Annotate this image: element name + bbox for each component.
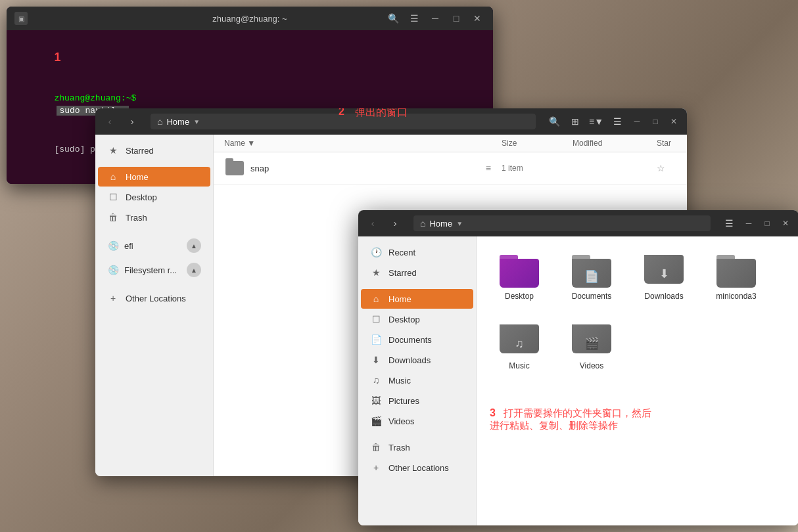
menu-btn[interactable]: ☰: [406, 11, 422, 26]
sidebar-item-other[interactable]: + Other Locations: [98, 288, 210, 308]
naut2-main: Desktop 📄 Documents: [477, 236, 798, 525]
sidebar-item-efi[interactable]: 💿 efi ▲: [98, 234, 210, 257]
miniconda3-folder-label: miniconda3: [716, 292, 756, 301]
naut1-minimize-btn[interactable]: ─: [629, 114, 645, 129]
col-size-header[interactable]: Size: [502, 139, 567, 148]
videos-folder-label: Videos: [580, 361, 603, 370]
naut1-location-text: Home: [166, 117, 189, 127]
naut1-dropdown-arrow: ▼: [193, 118, 200, 125]
sidebar-item-filesystem[interactable]: 💿 Filesystem r... ▲: [98, 258, 210, 282]
naut1-home-icon: ⌂: [157, 116, 162, 127]
titlebar-right: 🔍 ☰ ─ □ ✕: [385, 11, 485, 26]
naut2-maximize-btn[interactable]: □: [759, 215, 775, 231]
sidebar2-label-recent: Recent: [388, 248, 415, 257]
desktop-folder-icon: [500, 255, 539, 288]
naut1-close-btn[interactable]: ✕: [666, 114, 682, 129]
minimize-btn[interactable]: ─: [427, 11, 443, 26]
sidebar-item-desktop[interactable]: ☐ Desktop: [98, 187, 210, 207]
snap-menu-icon: ≡: [486, 163, 491, 173]
sidebar2-label-desktop: Desktop: [388, 315, 420, 324]
grid-item-downloads[interactable]: ⬇ Downloads: [634, 250, 693, 306]
downloads-folder-icon: ⬇: [644, 255, 684, 288]
desktop-icon: ☐: [107, 192, 119, 202]
sidebar2-label-trash: Trash: [388, 443, 410, 453]
step-3-annotation-container: 3 打开需要操作的文件夹窗口，然后进行粘贴、复制、删除等操作: [490, 407, 651, 432]
music2-icon: ♫: [370, 375, 382, 386]
naut1-maximize-btn[interactable]: □: [647, 114, 663, 129]
naut2-toolbar-right: ☰ ─ □ ✕: [720, 214, 793, 233]
sidebar2-item-music[interactable]: ♫ Music: [361, 370, 473, 390]
sidebar2-item-other[interactable]: + Other Locations: [361, 458, 473, 477]
sidebar-sep-3: [95, 282, 213, 288]
search-btn[interactable]: 🔍: [385, 11, 401, 26]
maximize-btn[interactable]: □: [448, 11, 464, 26]
sidebar-label-home: Home: [126, 172, 149, 182]
grid-item-miniconda3[interactable]: miniconda3: [707, 250, 766, 306]
col-star-header[interactable]: Star: [657, 139, 676, 148]
snap-folder-icon: [224, 158, 245, 179]
titlebar-left: ▣: [14, 12, 28, 25]
naut1-grid-btn[interactable]: ⊞: [566, 112, 584, 131]
downloads-folder-label: Downloads: [644, 292, 683, 301]
naut2-forward-btn[interactable]: ›: [386, 214, 404, 233]
snap-file-star[interactable]: ☆: [657, 163, 676, 173]
sidebar-label-efi: efi: [124, 241, 181, 251]
sidebar2-label-pictures: Pictures: [388, 396, 419, 406]
grid-item-videos[interactable]: 🎬 Videos: [562, 319, 621, 376]
naut1-back-btn[interactable]: ‹: [101, 112, 119, 131]
naut2-back-btn[interactable]: ‹: [364, 214, 382, 233]
naut2-menu-btn[interactable]: ☰: [720, 214, 738, 233]
other-icon: +: [107, 293, 119, 303]
naut2-close-btn[interactable]: ✕: [778, 215, 793, 231]
sidebar2-label-documents: Documents: [388, 335, 432, 345]
naut1-forward-btn[interactable]: ›: [123, 112, 141, 131]
starred-icon: ★: [107, 145, 119, 156]
col-sort-arrow: ▼: [247, 139, 255, 148]
music-folder-label: Music: [509, 361, 529, 370]
sidebar-label-desktop: Desktop: [126, 192, 157, 202]
col-size-label: Size: [502, 139, 517, 148]
sidebar2-item-pictures[interactable]: 🖼 Pictures: [361, 391, 473, 410]
downloads2-icon: ⬇: [370, 355, 382, 365]
naut1-column-header: Name ▼ Size Modified Star: [214, 135, 687, 152]
trash2-icon: 🗑: [370, 442, 382, 453]
sidebar2-item-home[interactable]: ⌂ Home: [361, 289, 473, 309]
sidebar2-item-videos[interactable]: 🎬 Videos: [361, 411, 473, 431]
documents-folder-label: Documents: [572, 292, 612, 301]
grid-item-music[interactable]: ♫ Music: [490, 319, 549, 376]
sidebar2-item-desktop[interactable]: ☐ Desktop: [361, 309, 473, 329]
naut2-minimize-btn[interactable]: ─: [741, 215, 757, 231]
sidebar2-label-other: Other Locations: [388, 463, 449, 473]
grid-item-desktop[interactable]: Desktop: [490, 250, 549, 306]
sidebar-item-home[interactable]: ⌂ Home: [98, 167, 210, 187]
sidebar2-sep-1: [358, 283, 476, 288]
file-row-snap[interactable]: snap ≡ 1 item ☆: [214, 152, 687, 185]
close-btn[interactable]: ✕: [469, 11, 485, 26]
sidebar2-item-recent[interactable]: 🕐 Recent: [361, 242, 473, 262]
desktop-folder-label: Desktop: [505, 292, 534, 301]
sidebar2-item-downloads[interactable]: ⬇ Downloads: [361, 350, 473, 370]
sidebar2-item-trash[interactable]: 🗑 Trash: [361, 437, 473, 457]
sidebar2-item-documents[interactable]: 📄 Documents: [361, 330, 473, 349]
snap-file-name: snap: [250, 164, 481, 173]
sidebar2-item-starred[interactable]: ★ Starred: [361, 263, 473, 282]
sidebar-item-trash[interactable]: 🗑 Trash: [98, 208, 210, 227]
naut1-search-btn[interactable]: 🔍: [545, 112, 563, 131]
documents2-icon: 📄: [370, 334, 382, 345]
sidebar-label-other: Other Locations: [126, 294, 186, 303]
naut2-titlebar: ‹ › ⌂ Home ▼ ☰ ─ □ ✕: [358, 210, 798, 236]
naut1-menu-btn[interactable]: ☰: [608, 112, 626, 131]
desktop2-icon: ☐: [370, 314, 382, 324]
efi-eject-btn[interactable]: ▲: [187, 238, 201, 253]
step-1-number: 1: [54, 51, 60, 64]
terminal-title: zhuang@zhuang: ~: [212, 14, 287, 24]
naut2-location-bar[interactable]: ⌂ Home ▼: [413, 215, 711, 231]
col-name-header[interactable]: Name ▼: [224, 139, 496, 148]
sidebar2-label-starred: Starred: [388, 268, 417, 278]
filesystem-eject-btn[interactable]: ▲: [187, 263, 201, 277]
naut1-sort-btn[interactable]: ≡▼: [587, 112, 605, 131]
sidebar-item-starred[interactable]: ★ Starred: [98, 141, 210, 160]
naut2-location-text: Home: [429, 219, 452, 229]
grid-item-documents[interactable]: 📄 Documents: [562, 250, 621, 306]
col-modified-header[interactable]: Modified: [573, 139, 651, 148]
